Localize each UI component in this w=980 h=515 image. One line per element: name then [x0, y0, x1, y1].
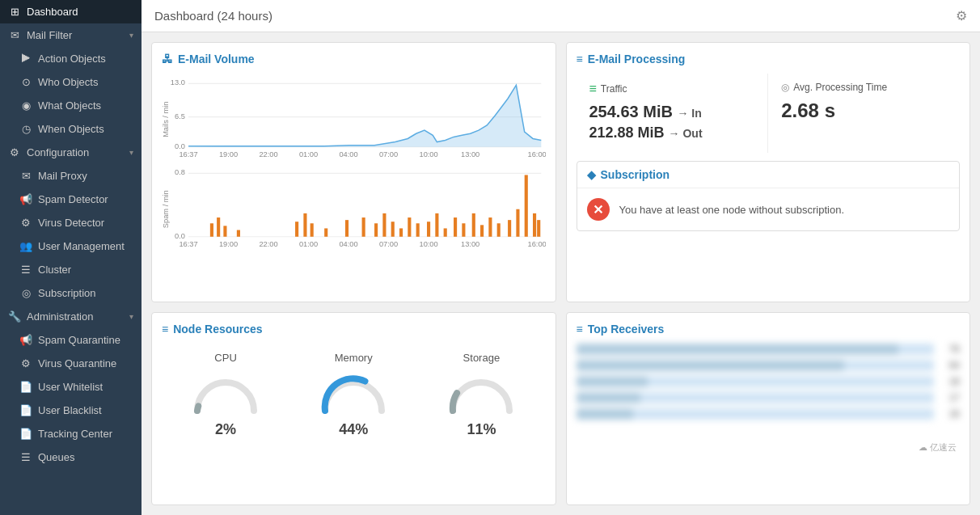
gear-icon[interactable]: ⚙: [956, 8, 967, 23]
cluster-label: Cluster: [38, 264, 71, 276]
sidebar-item-action-objects[interactable]: ⯈Action Objects: [0, 47, 142, 70]
svg-rect-38: [427, 222, 430, 237]
watermark-brand-icon: ☁: [919, 442, 927, 453]
svg-rect-24: [223, 226, 226, 236]
memory-label: Memory: [335, 352, 373, 364]
sidebar-item-cluster[interactable]: ☰Cluster: [0, 258, 142, 281]
sidebar-item-who-objects[interactable]: ⊙Who Objects: [0, 70, 142, 94]
virus-detector-label: Virus Detector: [38, 217, 104, 229]
svg-rect-44: [480, 225, 484, 236]
dashboard-content: 🖧 E-Mail Volume 13.0 6.5 0.0 Mails / min: [142, 32, 980, 515]
svg-rect-34: [391, 222, 395, 237]
user-management-label: User Management: [38, 240, 125, 252]
error-icon: ✕: [587, 198, 610, 221]
svg-rect-33: [382, 213, 386, 237]
receiver-bar-3: [577, 392, 641, 403]
sidebar-item-configuration[interactable]: ⚙Configuration▾: [0, 141, 142, 164]
sidebar-item-user-blacklist[interactable]: 📄User Blacklist: [0, 399, 142, 422]
user-whitelist-label: User Whitelist: [38, 381, 103, 393]
configuration-label: Configuration: [27, 146, 89, 158]
sidebar: ⊞Dashboard✉Mail Filter▾⯈Action Objects⊙W…: [0, 0, 142, 515]
svg-text:16:00: 16:00: [528, 240, 546, 247]
sidebar-item-when-objects[interactable]: ◷When Objects: [0, 117, 142, 141]
spam-chart-svg: 0.8 0.0 Spam / min: [162, 163, 546, 247]
svg-text:13:00: 13:00: [461, 240, 479, 247]
sidebar-item-administration[interactable]: 🔧Administration▾: [0, 305, 142, 328]
email-processing-title: ≡ E-Mail Processing: [577, 53, 961, 65]
user-blacklist-label: User Blacklist: [38, 404, 102, 416]
gauges-row: CPU 2% Memory 44%: [162, 344, 546, 446]
traffic-out-value: 212.88 MiB → Out: [589, 125, 755, 141]
svg-text:0.8: 0.8: [175, 169, 185, 177]
dashboard-label: Dashboard: [27, 6, 78, 18]
sidebar-item-spam-quarantine[interactable]: 📢Spam Quarantine: [0, 328, 142, 352]
cpu-label: CPU: [214, 352, 236, 364]
receiver-bar-wrap-1: [577, 360, 935, 371]
sidebar-item-mail-proxy[interactable]: ✉Mail Proxy: [0, 164, 142, 188]
user-whitelist-icon: 📄: [19, 381, 32, 393]
sidebar-item-queues[interactable]: ☰Queues: [0, 445, 142, 469]
svg-rect-27: [303, 213, 306, 237]
who-objects-icon: ⊙: [19, 76, 32, 88]
svg-rect-51: [537, 220, 540, 237]
cpu-value: 2%: [215, 421, 236, 438]
queues-label: Queues: [38, 451, 75, 463]
out-arrow: → Out: [669, 127, 703, 140]
top-receivers-icon: ≡: [577, 323, 583, 336]
subscription-label: Subscription: [38, 287, 96, 299]
subscription-icon: ◆: [587, 168, 596, 181]
storage-label: Storage: [463, 352, 501, 364]
traffic-icon: ≡: [589, 82, 597, 96]
sidebar-item-what-objects[interactable]: ◉What Objects: [0, 94, 142, 117]
when-objects-label: When Objects: [38, 123, 104, 135]
email-volume-icon: 🖧: [162, 53, 173, 65]
main-content: Dashboard (24 hours) ⚙ 🖧 E-Mail Volume 1…: [142, 0, 980, 515]
svg-text:07:00: 07:00: [379, 150, 398, 157]
receiver-row-3: 17: [577, 392, 961, 403]
node-resources-card: ≡ Node Resources CPU 2% Memory: [151, 312, 556, 505]
sidebar-item-virus-detector[interactable]: ⚙Virus Detector: [0, 211, 142, 234]
svg-rect-45: [488, 217, 492, 237]
user-blacklist-icon: 📄: [19, 404, 32, 416]
sidebar-item-spam-detector[interactable]: 📢Spam Detector: [0, 188, 142, 211]
svg-rect-50: [533, 213, 536, 237]
traffic-label: ≡ Traffic: [589, 82, 755, 96]
svg-rect-40: [444, 229, 447, 237]
svg-text:16:37: 16:37: [179, 150, 197, 157]
svg-rect-41: [454, 217, 457, 237]
receiver-row-2: 18: [577, 376, 961, 387]
cluster-icon: ☰: [19, 264, 32, 276]
sidebar-item-tracking-center[interactable]: 📄Tracking Center: [0, 422, 142, 445]
mail-proxy-icon: ✉: [19, 170, 32, 182]
administration-chevron: ▾: [129, 312, 133, 321]
administration-icon: 🔧: [8, 310, 21, 323]
receiver-bar-4: [577, 408, 634, 420]
virus-detector-icon: ⚙: [19, 217, 32, 229]
sidebar-item-user-management[interactable]: 👥User Management: [0, 234, 142, 258]
sidebar-item-subscription[interactable]: ◎Subscription: [0, 281, 142, 305]
svg-text:Mails / min: Mails / min: [162, 102, 170, 137]
top-receivers-card: ≡ Top Receivers 7664181716 ☁ 亿速云: [566, 312, 971, 505]
receiver-row-0: 76: [577, 344, 961, 355]
sidebar-item-dashboard[interactable]: ⊞Dashboard: [0, 0, 142, 23]
spam-detector-icon: 📢: [19, 193, 32, 205]
receiver-count-1: 64: [940, 360, 960, 371]
virus-quarantine-label: Virus Quarantine: [38, 357, 116, 369]
sidebar-item-user-whitelist[interactable]: 📄User Whitelist: [0, 375, 142, 399]
email-volume-title: 🖧 E-Mail Volume: [162, 53, 546, 65]
svg-text:13:00: 13:00: [461, 150, 479, 157]
svg-text:01:00: 01:00: [299, 150, 318, 157]
receiver-bar-wrap-4: [577, 408, 935, 420]
traffic-in-value: 254.63 MiB → In: [589, 103, 755, 121]
svg-rect-35: [399, 229, 403, 237]
tracking-center-label: Tracking Center: [38, 428, 112, 440]
sidebar-item-mail-filter[interactable]: ✉Mail Filter▾: [0, 23, 142, 47]
spam-detector-label: Spam Detector: [38, 193, 108, 205]
storage-gauge: Storage 11%: [445, 352, 517, 438]
queues-icon: ☰: [19, 451, 32, 463]
svg-text:16:00: 16:00: [528, 150, 546, 157]
svg-text:10:00: 10:00: [419, 150, 437, 157]
svg-rect-46: [497, 223, 501, 237]
avg-label: ◎ Avg. Processing Time: [781, 82, 947, 93]
sidebar-item-virus-quarantine[interactable]: ⚙Virus Quarantine: [0, 352, 142, 375]
